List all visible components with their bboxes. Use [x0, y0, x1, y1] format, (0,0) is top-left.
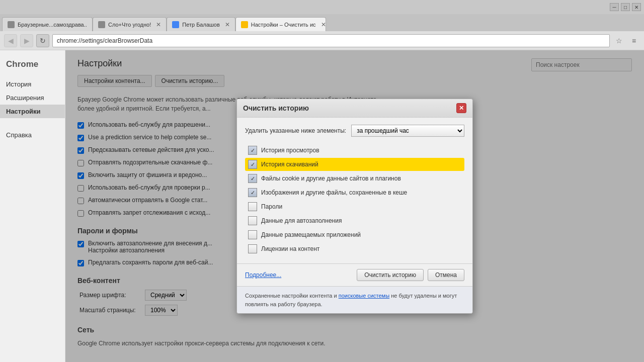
sidebar-item-help[interactable]: Справка: [0, 128, 65, 142]
dialog-note: Сохраненные настройки контента и поисков…: [237, 286, 472, 313]
period-select[interactable]: за прошедший час: [351, 125, 464, 137]
tab-close-3[interactable]: ✕: [225, 21, 230, 28]
checkbox-icon-6: [248, 216, 257, 225]
dialog-item-label-6: Данные для автозаполнения: [261, 217, 342, 224]
tab-favicon-4: [241, 21, 248, 28]
tab-favicon-2: [98, 21, 105, 28]
dialog-item-3[interactable]: Файлы cookie и другие данные сайтов и пл…: [245, 172, 464, 185]
clear-history-dialog: Очистить историю ✕ Удалить указанные ниж…: [236, 99, 473, 314]
address-text: chrome://settings/clearBrowserData: [57, 37, 152, 44]
dialog-item-label-5: Пароли: [261, 203, 282, 210]
tab-close-2[interactable]: ✕: [156, 21, 161, 28]
dialog-header: Очистить историю ✕: [237, 99, 472, 118]
maximize-button[interactable]: □: [621, 3, 630, 11]
checkbox-icon-1: [248, 146, 257, 155]
tab-3[interactable]: Петр Балашов ✕: [167, 17, 235, 31]
note-text-1: Сохраненные настройки контента и: [245, 293, 339, 299]
tab-label-2: Сло+Что угодно!: [108, 22, 151, 28]
dialog-item-1[interactable]: История просмотров: [245, 144, 464, 157]
details-link[interactable]: Подробнее...: [245, 272, 281, 279]
main-content: Chrome История Расширения Настройки Спра…: [0, 50, 644, 362]
dialog-item-5[interactable]: Пароли: [245, 200, 464, 213]
title-bar: ─ □ ✕: [0, 0, 644, 14]
dialog-item-label-7: Данные размещаемых приложений: [261, 231, 361, 238]
tab-favicon-1: [8, 21, 15, 28]
dialog-item-label-1: История просмотров: [261, 147, 319, 154]
dialog-close-button[interactable]: ✕: [456, 103, 466, 113]
note-link[interactable]: поисковые системы: [339, 293, 389, 299]
tab-label-3: Петр Балашов: [182, 22, 220, 28]
tab-1[interactable]: Браузерные...самоздрава.. ✕: [2, 17, 93, 31]
dialog-actions: Очистить историю Отмена: [357, 269, 464, 281]
browser-frame: ─ □ ✕ Браузерные...самоздрава.. ✕ Сло+Чт…: [0, 0, 644, 362]
dialog-item-4[interactable]: Изображения и другие файлы, сохраненные …: [245, 186, 464, 199]
dialog-item-label-8: Лицензии на контент: [261, 245, 319, 252]
dialog-body: Удалить указанные ниже элементы: за прош…: [237, 118, 472, 263]
dialog-item-8[interactable]: Лицензии на контент: [245, 242, 464, 255]
back-button[interactable]: ◀: [4, 34, 17, 47]
bookmark-icon[interactable]: ☆: [613, 35, 625, 47]
dialog-item-label-3: Файлы cookie и другие данные сайтов и пл…: [261, 175, 401, 182]
settings-page: Настройки Настройки контента... Очистить…: [65, 50, 644, 362]
period-row: Удалить указанные ниже элементы: за прош…: [245, 125, 464, 137]
dialog-item-label-2: История скачиваний: [261, 161, 318, 168]
checkbox-icon-8: [248, 244, 257, 253]
sidebar-item-extensions[interactable]: Расширения: [0, 91, 65, 105]
dialog-item-7[interactable]: Данные размещаемых приложений: [245, 228, 464, 241]
period-label: Удалить указанные ниже элементы:: [245, 127, 346, 134]
forward-button[interactable]: ▶: [20, 34, 33, 47]
dialog-item-6[interactable]: Данные для автозаполнения: [245, 214, 464, 227]
checkbox-icon-5: [248, 202, 257, 211]
dialog-item-2[interactable]: История скачиваний: [245, 158, 464, 171]
checkbox-icon-2: [248, 160, 257, 169]
sidebar-brand: Chrome: [0, 55, 65, 77]
tab-bar: Браузерные...самоздрава.. ✕ Сло+Что угод…: [0, 14, 644, 31]
dialog-title: Очистить историю: [243, 104, 309, 112]
cancel-button[interactable]: Отмена: [428, 269, 464, 281]
clear-history-action-button[interactable]: Очистить историю: [357, 269, 424, 281]
dialog-footer: Подробнее... Очистить историю Отмена: [237, 263, 472, 286]
settings-icon[interactable]: ≡: [628, 35, 640, 47]
dialog-overlay[interactable]: Очистить историю ✕ Удалить указанные ниж…: [65, 50, 644, 362]
dialog-item-label-4: Изображения и другие файлы, сохраненные …: [261, 189, 407, 196]
sidebar-item-settings[interactable]: Настройки: [0, 105, 65, 118]
close-window-button[interactable]: ✕: [632, 3, 641, 11]
nav-bar: ◀ ▶ ↻ chrome://settings/clearBrowserData…: [0, 31, 644, 50]
checkbox-icon-7: [248, 230, 257, 239]
tab-4-active[interactable]: Настройки – Очистить ис ✕: [235, 17, 326, 31]
checkbox-icon-4: [248, 188, 257, 197]
tab-label-4: Настройки – Очистить ис: [251, 22, 316, 28]
sidebar: Chrome История Расширения Настройки Спра…: [0, 50, 65, 362]
sidebar-item-history[interactable]: История: [0, 77, 65, 91]
minimize-button[interactable]: ─: [610, 3, 619, 11]
address-bar[interactable]: chrome://settings/clearBrowserData: [52, 34, 610, 47]
reload-button[interactable]: ↻: [36, 34, 49, 47]
checkbox-icon-3: [248, 174, 257, 183]
tab-label-1: Браузерные...самоздрава..: [18, 22, 87, 28]
tab-favicon-3: [172, 21, 179, 28]
tab-close-4[interactable]: ✕: [321, 21, 326, 28]
tab-2[interactable]: Сло+Что угодно! ✕: [93, 17, 167, 31]
